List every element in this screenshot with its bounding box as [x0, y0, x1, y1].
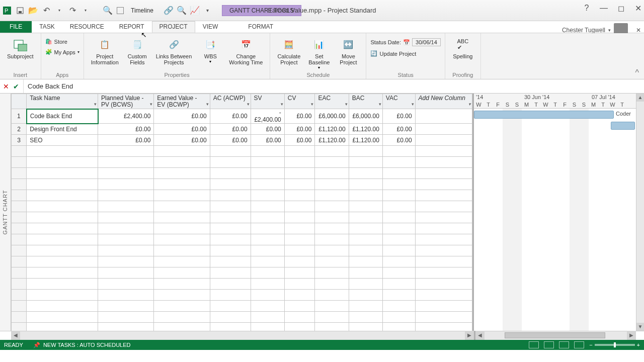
view-resource-sheet-icon[interactable]: [574, 341, 584, 348]
custom-fields-icon: 🗒️: [129, 36, 145, 52]
my-apps-button[interactable]: 🧩My Apps▾: [45, 48, 79, 56]
set-baseline-button[interactable]: 📊SetBaseline▾: [305, 35, 333, 71]
col-eac[interactable]: EAC▾: [315, 94, 349, 109]
selected-cell[interactable]: Code Back End: [27, 109, 98, 124]
minimize-icon[interactable]: —: [600, 4, 608, 12]
scroll-left-icon[interactable]: ◀: [11, 331, 20, 340]
project-information-button[interactable]: 📋ProjectInformation: [88, 35, 122, 66]
col-ac[interactable]: AC (ACWP)▾: [210, 94, 251, 109]
spelling-button[interactable]: ABC✔ Spelling: [449, 35, 476, 60]
earned-value-table[interactable]: Task Name▾ Planned Value - PV (BCWS)▾ Ea…: [11, 94, 472, 331]
group-schedule: Schedule: [307, 72, 330, 78]
tab-format[interactable]: FORMAT: [240, 21, 281, 33]
tab-task[interactable]: TASK: [32, 21, 62, 33]
link-icon[interactable]: 🔗: [165, 7, 173, 15]
vertical-scrollbar[interactable]: ▲ ▼: [636, 94, 644, 331]
timeline-checkbox[interactable]: [117, 7, 124, 14]
spelling-icon: ABC✔: [455, 36, 471, 52]
table-hscroll[interactable]: [20, 331, 465, 340]
redo-drop-icon[interactable]: ▾: [82, 7, 90, 15]
view-label: GANTT CHART: [0, 94, 11, 331]
gantt-bar-task2[interactable]: [611, 122, 635, 130]
table-row: 2 Design Front End £0.00£0.00£0.00£0.00£…: [12, 124, 472, 135]
status-ready: READY: [4, 342, 23, 348]
tab-view[interactable]: VIEW: [195, 21, 226, 33]
gantt-bar-label: Coder: [616, 111, 631, 117]
gantt-scroll-right-icon[interactable]: ▶: [627, 331, 636, 340]
group-insert: Insert: [14, 72, 28, 78]
redo-icon[interactable]: ↷: [68, 7, 76, 15]
zoom-in-icon[interactable]: +: [637, 342, 640, 348]
change-working-time-button[interactable]: 📅ChangeWorking Time: [226, 35, 266, 66]
undo-icon[interactable]: ↶: [42, 7, 50, 15]
move-icon: ↔️: [340, 36, 356, 52]
col-pv[interactable]: Planned Value - PV (BCWS)▾: [98, 94, 154, 109]
tab-project[interactable]: PROJECT: [152, 21, 195, 33]
store-button[interactable]: 🛍️Store: [45, 37, 79, 46]
activity-icon[interactable]: 📈: [191, 7, 199, 15]
restore-icon[interactable]: ◻: [617, 4, 625, 12]
gantt-chart[interactable]: '14 30 Jun '14 07 Jul '14 WTFSSMTWTFSSMT…: [474, 94, 644, 331]
move-project-button[interactable]: ↔️MoveProject: [335, 35, 362, 66]
cancel-edit-icon[interactable]: ✕: [3, 82, 9, 90]
collapse-ribbon-icon[interactable]: ^: [635, 68, 639, 77]
update-project-button[interactable]: 🔄Update Project: [370, 49, 440, 58]
zoom-out-icon[interactable]: −: [589, 342, 592, 348]
links-between-projects-button[interactable]: 🔗Links BetweenProjects: [153, 35, 195, 66]
calculate-project-button[interactable]: 🧮CalculateProject: [274, 35, 303, 66]
view-team-planner-icon[interactable]: [559, 341, 569, 348]
gantt-scroll-left-icon[interactable]: ◀: [475, 331, 485, 340]
close-icon[interactable]: ✕: [634, 4, 642, 12]
formula-bar-input[interactable]: Code Back End: [23, 79, 641, 93]
tab-file[interactable]: FILE: [0, 21, 32, 33]
col-add-new[interactable]: Add New Column▾: [415, 94, 472, 109]
col-bac[interactable]: BAC▾: [349, 94, 382, 109]
scroll-down-icon[interactable]: ▼: [636, 323, 644, 331]
links-icon: 🔗: [166, 36, 182, 52]
group-apps: Apps: [56, 72, 68, 78]
project-app-icon: P: [3, 7, 11, 15]
baseline-icon: 📊: [311, 36, 327, 52]
update-icon: 🔄: [370, 50, 377, 57]
col-sv[interactable]: SV▾: [251, 94, 284, 109]
tab-resource[interactable]: RESOURCE: [62, 21, 112, 33]
project-info-icon: 📋: [97, 36, 113, 52]
col-ev[interactable]: Earned Value - EV (BCWP)▾: [154, 94, 210, 109]
tab-report[interactable]: REPORT: [112, 21, 152, 33]
col-task-name[interactable]: Task Name▾: [27, 94, 98, 109]
subproject-button[interactable]: Subproject: [4, 35, 37, 60]
apps-icon: 🧩: [45, 49, 52, 55]
open-icon[interactable]: 📂: [29, 7, 37, 15]
wbs-icon: 📑: [202, 36, 218, 52]
window-close-inner-icon[interactable]: ✕: [636, 27, 641, 34]
user-drop-icon[interactable]: ▾: [608, 28, 611, 33]
view-gantt-icon[interactable]: [529, 341, 539, 348]
col-vac[interactable]: VAC▾: [382, 94, 415, 109]
save-icon[interactable]: [16, 7, 24, 15]
table-row: 3 SEO £0.00£0.00£0.00£0.00£0.00£1,120.00…: [12, 135, 472, 146]
qat-customize-icon[interactable]: ▾: [204, 7, 212, 15]
zoom-icon[interactable]: 🔍: [178, 7, 186, 15]
wbs-button[interactable]: 📑WBS▾: [197, 35, 224, 65]
gantt-bar-task1[interactable]: [474, 111, 614, 119]
zoom-slider[interactable]: − +: [589, 342, 640, 348]
scroll-right-icon[interactable]: ▶: [465, 331, 474, 340]
svg-text:P: P: [5, 8, 8, 14]
row-header[interactable]: [12, 94, 27, 109]
col-cv[interactable]: CV▾: [284, 94, 315, 109]
custom-fields-button[interactable]: 🗒️CustomFields: [124, 35, 151, 66]
gantt-hscroll[interactable]: [485, 331, 627, 340]
status-date-control[interactable]: Status Date: 📅 30/06/14: [370, 37, 440, 47]
scroll-up-icon[interactable]: ▲: [636, 94, 644, 102]
store-icon: 🛍️: [45, 38, 52, 45]
confirm-edit-icon[interactable]: ✔: [13, 82, 19, 90]
undo-drop-icon[interactable]: ▾: [55, 7, 63, 15]
status-task-mode[interactable]: 📌NEW TASKS : AUTO SCHEDULED: [33, 342, 131, 348]
period-label: '14: [476, 94, 483, 100]
print-preview-icon[interactable]: 🔍: [104, 7, 112, 15]
svg-rect-5: [18, 44, 27, 51]
view-task-usage-icon[interactable]: [544, 341, 554, 348]
help-icon[interactable]: ?: [583, 4, 591, 12]
period-label: 07 Jul '14: [592, 94, 615, 100]
group-status: Status: [398, 72, 414, 78]
